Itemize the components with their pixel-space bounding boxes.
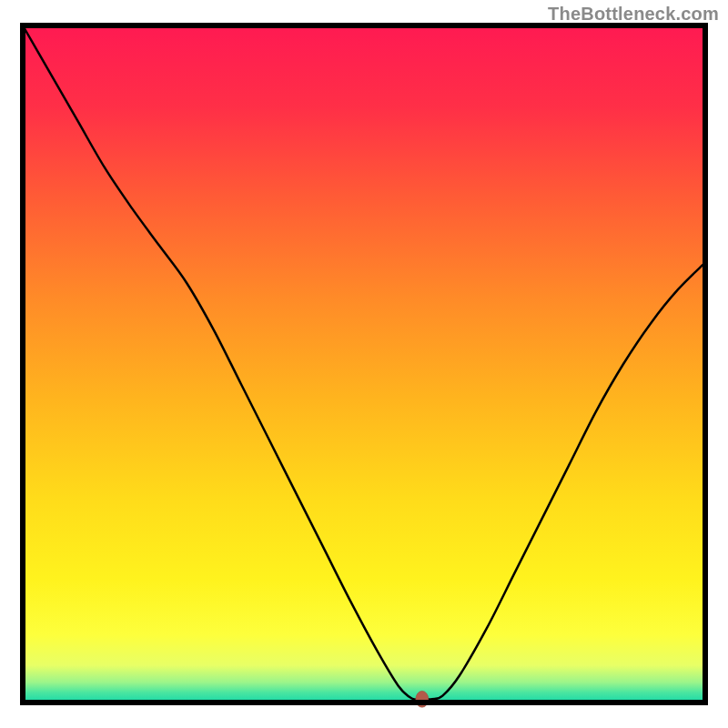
watermark-text: TheBottleneck.com: [548, 4, 719, 25]
plot-background: [23, 25, 705, 703]
bottleneck-chart: [0, 0, 728, 728]
chart-container: TheBottleneck.com: [0, 0, 728, 728]
